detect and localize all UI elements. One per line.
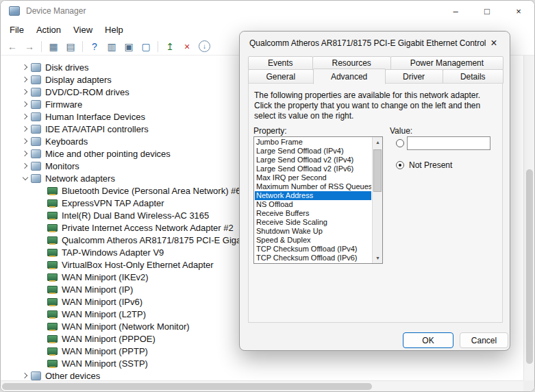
adapter-properties-dialog: Qualcomm Atheros AR8171/8175 PCI-E Gigab… <box>239 31 510 351</box>
tree-item-label[interactable]: ExpressVPN TAP Adapter <box>62 198 164 208</box>
tree-item-label[interactable]: WAN Miniport (Network Monitor) <box>62 321 190 332</box>
export-list-icon[interactable]: ▥ <box>104 40 119 53</box>
property-list-scrollbar[interactable]: ▲ ▼ <box>372 137 382 263</box>
maximize-button[interactable]: □ <box>471 1 503 21</box>
property-item[interactable]: Large Send Offload (IPv4) <box>255 147 371 156</box>
menu-action[interactable]: Action <box>30 23 67 37</box>
property-item[interactable]: TCP Checksum Offload (IPv4) <box>255 245 371 254</box>
chevron-right-icon[interactable] <box>20 86 31 97</box>
vertical-scrollbar-thumb[interactable] <box>526 169 533 364</box>
print-icon[interactable]: ▣ <box>121 40 136 53</box>
scroll-up-icon[interactable]: ▲ <box>373 137 383 147</box>
tab-advanced[interactable]: Advanced <box>313 69 386 84</box>
not-present-radio[interactable] <box>396 161 404 169</box>
help-icon[interactable]: ? <box>87 40 102 53</box>
tab-resources[interactable]: Resources <box>312 56 391 70</box>
tree-vertical-scrollbar[interactable] <box>523 56 534 380</box>
tree-item-label[interactable]: WAN Miniport (IKEv2) <box>62 272 149 282</box>
chevron-right-icon[interactable] <box>20 148 31 159</box>
show-hide-console-tree-icon[interactable]: ▦ <box>46 40 61 53</box>
chevron-right-icon[interactable] <box>20 123 31 134</box>
network-adapter-icon <box>47 212 58 219</box>
tree-item-label[interactable]: WAN Miniport (IPv6) <box>62 297 142 307</box>
tree-item-label[interactable]: WAN Miniport (IP) <box>62 284 133 295</box>
uninstall-device-icon[interactable]: × <box>179 40 195 53</box>
value-input[interactable] <box>407 136 490 150</box>
menu-view[interactable]: View <box>67 23 99 37</box>
menu-file[interactable]: File <box>3 23 30 37</box>
tree-item-label[interactable]: Keyboards <box>45 136 88 147</box>
tree-item-label[interactable]: IDE ATA/ATAPI controllers <box>45 124 149 134</box>
chevron-right-icon[interactable] <box>20 62 31 73</box>
chevron-right-icon[interactable] <box>20 136 31 147</box>
tree-item-label[interactable]: VirtualBox Host-Only Ethernet Adapter <box>62 260 214 270</box>
property-item[interactable]: Receive Buffers <box>255 209 371 218</box>
chevron-right-icon[interactable] <box>20 370 31 380</box>
tree-item[interactable]: WAN Miniport (SSTP) <box>1 357 523 369</box>
property-item[interactable]: Large Send Offload v2 (IPv4) <box>255 156 371 164</box>
mouse-icon <box>31 149 41 158</box>
tree-item-label[interactable]: WAN Miniport (PPTP) <box>62 346 148 356</box>
tab-details[interactable]: Details <box>443 69 504 84</box>
tree-item-label[interactable]: WAN Miniport (L2TP) <box>62 309 146 319</box>
property-item[interactable]: Maximum Number of RSS Queues <box>255 182 371 191</box>
chevron-down-icon[interactable] <box>20 173 31 184</box>
tree-item-label[interactable]: Human Interface Devices <box>45 112 145 122</box>
tree-horizontal-scrollbar[interactable] <box>1 380 523 391</box>
cancel-button[interactable]: Cancel <box>460 332 508 348</box>
dialog-close-icon[interactable]: × <box>486 36 501 50</box>
human-interface-device-icon <box>31 112 41 121</box>
tree-item[interactable]: Other devices <box>1 369 523 380</box>
forward-icon[interactable]: → <box>22 40 37 53</box>
menu-help[interactable]: Help <box>99 23 129 37</box>
property-item[interactable]: Receive Side Scaling <box>255 218 371 227</box>
tree-item-label[interactable]: Intel(R) Dual Band Wireless-AC 3165 <box>62 210 209 221</box>
other-devices-icon <box>31 371 41 380</box>
tab-power-management[interactable]: Power Management <box>390 56 503 70</box>
property-item[interactable]: Max IRQ per Second <box>255 173 371 182</box>
tab-driver[interactable]: Driver <box>385 69 443 84</box>
back-icon[interactable]: ← <box>5 40 20 53</box>
property-item[interactable]: Speed & Duplex <box>255 236 371 245</box>
tree-item-label[interactable]: Private Internet Access Network Adapter … <box>62 223 234 233</box>
property-item[interactable]: NS Offload <box>255 200 371 209</box>
chevron-right-icon[interactable] <box>20 111 31 122</box>
chevron-right-icon[interactable] <box>20 160 31 171</box>
ok-button[interactable]: OK <box>403 332 453 348</box>
network-adapter-icon <box>47 310 58 318</box>
tab-general[interactable]: General <box>248 69 314 84</box>
property-scrollbar-thumb[interactable] <box>373 149 382 192</box>
tree-item-label[interactable]: DVD/CD-ROM drives <box>45 87 129 97</box>
value-radio[interactable] <box>396 139 404 147</box>
tree-item-label[interactable]: Bluetooth Device (Personal Area Network)… <box>62 186 241 196</box>
tree-item-label[interactable]: WAN Miniport (SSTP) <box>62 358 148 369</box>
tree-item-label[interactable]: Other devices <box>45 371 100 381</box>
tree-item-label[interactable]: Mice and other pointing devices <box>45 149 171 159</box>
close-button[interactable]: × <box>503 1 534 21</box>
scan-hardware-changes-icon[interactable]: ↓ <box>199 40 210 52</box>
chevron-right-icon[interactable] <box>20 99 31 110</box>
advanced-description: The following properties are available f… <box>254 90 494 121</box>
horizontal-scrollbar-thumb[interactable] <box>2 383 372 390</box>
network-adapter-icon <box>47 273 58 281</box>
property-item[interactable]: Network Address <box>255 191 371 200</box>
tree-item-label[interactable]: Disk drives <box>45 62 89 73</box>
tree-item-label[interactable]: WAN Miniport (PPPOE) <box>62 334 155 344</box>
tree-item-label[interactable]: Display adapters <box>45 75 112 85</box>
minimize-button[interactable]: – <box>440 1 471 21</box>
tree-item-label[interactable]: Firmware <box>45 99 82 110</box>
chevron-right-icon[interactable] <box>20 74 31 85</box>
property-item[interactable]: Shutdown Wake Up <box>255 227 371 236</box>
tree-item-label[interactable]: Monitors <box>45 161 79 171</box>
property-item[interactable]: TCP Checksum Offload (IPv6) <box>255 254 371 262</box>
tree-item-label[interactable]: TAP-Windows Adapter V9 <box>62 247 164 258</box>
update-driver-icon[interactable]: ↥ <box>162 40 177 53</box>
computer-icon[interactable]: ▢ <box>138 40 153 53</box>
property-item[interactable]: Large Send Offload v2 (IPv6) <box>255 164 371 173</box>
property-item[interactable]: Jumbo Frame <box>255 138 371 147</box>
properties-icon[interactable]: ▤ <box>63 40 78 53</box>
scroll-down-icon[interactable]: ▼ <box>373 253 383 263</box>
display-adapter-icon <box>31 75 41 84</box>
tab-events[interactable]: Events <box>248 56 313 70</box>
tree-item-label[interactable]: Network adapters <box>45 173 115 184</box>
